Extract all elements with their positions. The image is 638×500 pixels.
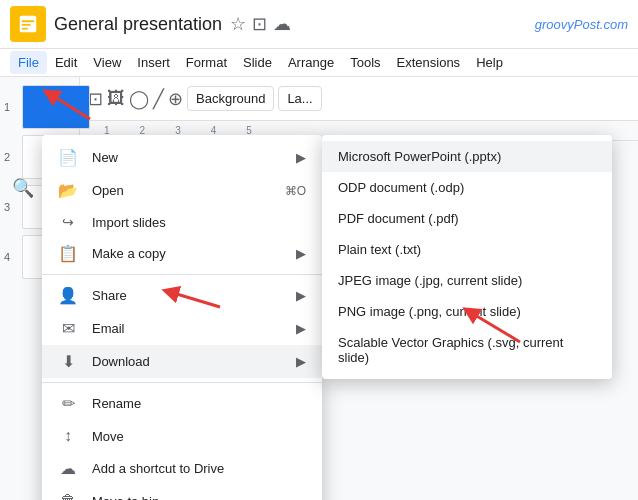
download-png[interactable]: PNG image (.png, current slide) bbox=[322, 296, 612, 327]
top-bar: General presentation ☆ ⊡ ☁ groovyPost.co… bbox=[0, 0, 638, 49]
shortcut-icon: ☁ bbox=[58, 459, 78, 478]
menu-tools[interactable]: Tools bbox=[342, 51, 388, 74]
file-menu-open[interactable]: 📂 Open ⌘O bbox=[42, 174, 322, 207]
file-menu-download-label: Download bbox=[92, 354, 288, 369]
file-menu-shortcut-label: Add a shortcut to Drive bbox=[92, 461, 306, 476]
file-menu-share-label: Share bbox=[92, 288, 288, 303]
menu-insert[interactable]: Insert bbox=[129, 51, 178, 74]
file-menu-rename[interactable]: ✏ Rename bbox=[42, 387, 322, 420]
file-menu-new-label: New bbox=[92, 150, 288, 165]
download-pdf[interactable]: PDF document (.pdf) bbox=[322, 203, 612, 234]
menu-arrange[interactable]: Arrange bbox=[280, 51, 342, 74]
email-icon: ✉ bbox=[58, 319, 78, 338]
file-menu-share[interactable]: 👤 Share ▶ bbox=[42, 279, 322, 312]
menu-extensions[interactable]: Extensions bbox=[389, 51, 469, 74]
file-menu-rename-label: Rename bbox=[92, 396, 306, 411]
pdf-label: PDF document (.pdf) bbox=[338, 211, 459, 226]
svg-rect-3 bbox=[22, 28, 28, 30]
select-tool-icon[interactable]: ⊡ bbox=[88, 88, 103, 110]
slide-2-number: 2 bbox=[4, 151, 10, 163]
txt-label: Plain text (.txt) bbox=[338, 242, 421, 257]
menu-slide[interactable]: Slide bbox=[235, 51, 280, 74]
menu-format[interactable]: Format bbox=[178, 51, 235, 74]
download-txt[interactable]: Plain text (.txt) bbox=[322, 234, 612, 265]
svg-label: Scalable Vector Graphics (.svg, current … bbox=[338, 335, 596, 365]
bin-icon: 🗑 bbox=[58, 492, 78, 500]
open-icon: 📂 bbox=[58, 181, 78, 200]
menu-help[interactable]: Help bbox=[468, 51, 511, 74]
svg-rect-2 bbox=[22, 24, 31, 26]
file-menu-email-label: Email bbox=[92, 321, 288, 336]
share-arrow: ▶ bbox=[296, 288, 306, 303]
download-icon: ⬇ bbox=[58, 352, 78, 371]
new-arrow: ▶ bbox=[296, 150, 306, 165]
open-shortcut: ⌘O bbox=[285, 184, 306, 198]
file-menu-import[interactable]: ↪ Import slides bbox=[42, 207, 322, 237]
line-tool-icon[interactable]: ╱ bbox=[153, 88, 164, 110]
file-menu-shortcut[interactable]: ☁ Add a shortcut to Drive bbox=[42, 452, 322, 485]
file-menu-bin[interactable]: 🗑 Move to bin bbox=[42, 485, 322, 500]
file-menu-import-label: Import slides bbox=[92, 215, 306, 230]
document-title: General presentation bbox=[54, 14, 222, 35]
menu-bar: File Edit View Insert Format Slide Arran… bbox=[0, 49, 638, 77]
pptx-label: Microsoft PowerPoint (.pptx) bbox=[338, 149, 501, 164]
slide-1-thumb[interactable] bbox=[22, 85, 90, 129]
move-icon: ↕ bbox=[58, 427, 78, 445]
file-menu-copy-label: Make a copy bbox=[92, 246, 288, 261]
download-pptx[interactable]: Microsoft PowerPoint (.pptx) bbox=[322, 141, 612, 172]
layout-button[interactable]: La... bbox=[278, 86, 321, 111]
file-menu[interactable]: 📄 New ▶ 📂 Open ⌘O ↪ Import slides 📋 Make… bbox=[42, 135, 322, 500]
add-tool-icon[interactable]: ⊕ bbox=[168, 88, 183, 110]
rename-icon: ✏ bbox=[58, 394, 78, 413]
file-menu-email[interactable]: ✉ Email ▶ bbox=[42, 312, 322, 345]
file-menu-copy[interactable]: 📋 Make a copy ▶ bbox=[42, 237, 322, 270]
menu-file[interactable]: File bbox=[10, 51, 47, 74]
menu-edit[interactable]: Edit bbox=[47, 51, 85, 74]
file-menu-new[interactable]: 📄 New ▶ bbox=[42, 141, 322, 174]
file-menu-move[interactable]: ↕ Move bbox=[42, 420, 322, 452]
file-menu-open-label: Open bbox=[92, 183, 285, 198]
file-menu-move-label: Move bbox=[92, 429, 306, 444]
copy-arrow: ▶ bbox=[296, 246, 306, 261]
download-odp[interactable]: ODP document (.odp) bbox=[322, 172, 612, 203]
editor-toolbar: ⊡ 🖼 ◯ ╱ ⊕ Background La... bbox=[80, 77, 638, 121]
copy-icon: 📋 bbox=[58, 244, 78, 263]
folder-icon[interactable]: ⊡ bbox=[252, 13, 267, 35]
menu-view[interactable]: View bbox=[85, 51, 129, 74]
download-svg[interactable]: Scalable Vector Graphics (.svg, current … bbox=[322, 327, 612, 373]
download-jpg[interactable]: JPEG image (.jpg, current slide) bbox=[322, 265, 612, 296]
app-icon bbox=[10, 6, 46, 42]
download-submenu[interactable]: Microsoft PowerPoint (.pptx) ODP documen… bbox=[322, 135, 612, 379]
background-button[interactable]: Background bbox=[187, 86, 274, 111]
main-area: 1 2 3 4 ⊡ 🖼 ◯ ╱ ⊕ Background La... bbox=[0, 77, 638, 495]
png-label: PNG image (.png, current slide) bbox=[338, 304, 521, 319]
slide-4-number: 4 bbox=[4, 251, 10, 263]
import-icon: ↪ bbox=[58, 214, 78, 230]
cloud-icon[interactable]: ☁ bbox=[273, 13, 291, 35]
jpg-label: JPEG image (.jpg, current slide) bbox=[338, 273, 522, 288]
file-menu-download[interactable]: ⬇ Download ▶ bbox=[42, 345, 322, 378]
email-arrow: ▶ bbox=[296, 321, 306, 336]
slide-3-number: 3 bbox=[4, 201, 10, 213]
shape-tool-icon[interactable]: ◯ bbox=[129, 88, 149, 110]
divider-2 bbox=[42, 382, 322, 383]
new-icon: 📄 bbox=[58, 148, 78, 167]
star-icon[interactable]: ☆ bbox=[230, 13, 246, 35]
search-icon-area[interactable]: 🔍 bbox=[12, 177, 34, 199]
file-menu-bin-label: Move to bin bbox=[92, 494, 306, 501]
slide-1-container: 1 bbox=[22, 85, 75, 129]
title-icons: ☆ ⊡ ☁ bbox=[230, 13, 291, 35]
share-icon: 👤 bbox=[58, 286, 78, 305]
search-icon[interactable]: 🔍 bbox=[12, 178, 34, 198]
image-tool-icon[interactable]: 🖼 bbox=[107, 88, 125, 109]
divider-1 bbox=[42, 274, 322, 275]
slide-1-number: 1 bbox=[4, 101, 10, 113]
download-arrow: ▶ bbox=[296, 354, 306, 369]
svg-rect-1 bbox=[22, 20, 35, 22]
odp-label: ODP document (.odp) bbox=[338, 180, 464, 195]
groovy-badge: groovyPost.com bbox=[535, 17, 628, 32]
